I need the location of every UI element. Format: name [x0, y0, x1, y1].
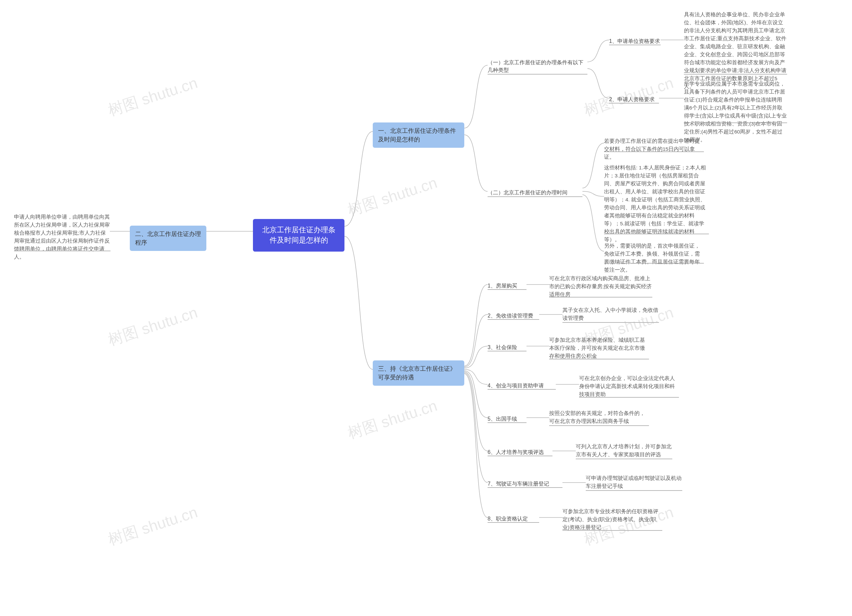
- underline: [604, 151, 704, 152]
- s3-i3-detail: 可参加北京市基本养老保险、城镇职工基本医疗保险，并可按有关规定在北京市缴存和使用…: [549, 335, 649, 361]
- s3-i1-detail: 可在北京市行政区域内购买商品房、批准上市的已购公房和存量房;按有关规定购买经济适…: [549, 274, 652, 299]
- watermark: 树图 shutu.cn: [345, 396, 440, 444]
- underline: [488, 196, 582, 197]
- underline: [684, 122, 787, 123]
- watermark: 树图 shutu.cn: [345, 172, 440, 220]
- underline: [604, 234, 709, 234]
- s3-i5-detail: 按照公安部的有关规定，对符合条件的，可在北京市办理因私出国商务手续: [549, 409, 649, 426]
- s1p2-detail3: 另外，需要说明的是，首次申领居住证，免收证件工本费。换领、补领居住证，需要缴纳证…: [604, 241, 704, 275]
- section3-node[interactable]: 三、持《北京市工作居住证》可享受的待遇: [373, 361, 464, 386]
- s3-i4-detail: 可在北京创办企业，可以企业法定代表人身份申请认定高新技术成果转化项目和科技项目资…: [579, 374, 679, 399]
- underline: [488, 351, 527, 352]
- watermark: 树图 shutu.cn: [106, 302, 200, 350]
- section2-node[interactable]: 二、北京工作居住证办理程序: [130, 226, 206, 251]
- mindmap-canvas: 树图 shutu.cn 树图 shutu.cn 树图 shutu.cn 树图 s…: [0, 0, 852, 616]
- underline: [576, 459, 672, 459]
- s3-i6-detail: 可列入北京市人才培养计划，并可参加北京市有关人才、专家奖励项目的评选: [576, 442, 672, 459]
- underline: [562, 530, 662, 531]
- s3-i8-detail: 可参加北京市专业技术职务的任职资格评定(考试)、执业(职业)资格考试、执业(职业…: [562, 507, 662, 532]
- underline: [549, 425, 649, 426]
- underline: [14, 251, 110, 251]
- section1-node[interactable]: 一、北京工作居住证办理条件及时间是怎样的: [373, 122, 464, 148]
- underline: [488, 74, 588, 74]
- underline: [609, 45, 661, 45]
- watermark: 树图 shutu.cn: [106, 502, 200, 550]
- s3-i7-detail: 可申请办理驾驶证或临时驾驶证以及机动车注册登记手续: [586, 474, 682, 491]
- s1p2-detail2: 这些材料包括: 1.本人居民身份证；2.本人相片；3.居住地住址证明（包括房屋租…: [604, 163, 707, 244]
- underline: [609, 103, 659, 104]
- underline: [604, 263, 704, 264]
- s1p1-item2-detail: 所学专业或岗位属于本市急需专业或岗位，且具备下列条件的人员可申请北京市工作居住证…: [684, 79, 787, 145]
- underline: [488, 422, 527, 423]
- underline: [586, 490, 682, 491]
- underline: [549, 359, 649, 359]
- underline: [562, 322, 659, 323]
- s1p2-detail1: 若要办理工作居住证的需在提出申请时提交材料，符合以下条件的15日内可以拿证。: [604, 136, 704, 162]
- s3-i2-detail: 其子女在京入托、入中小学就读，免收借读管理费: [562, 305, 659, 323]
- underline: [488, 456, 553, 456]
- underline: [549, 297, 652, 297]
- root-node[interactable]: 北京工作居住证办理条件及时间是怎样的: [253, 219, 344, 252]
- underline: [579, 397, 679, 398]
- underline: [684, 74, 787, 74]
- underline: [488, 289, 527, 290]
- underline: [488, 319, 539, 320]
- underline: [488, 389, 556, 390]
- section2-detail: 申请人向聘用单位申请，由聘用单位向其所在区人力社保局申请，区人力社保局审核合格报…: [14, 212, 110, 261]
- section1-part1[interactable]: （一）北京工作居住证的办理条件有以下几种类型: [488, 57, 588, 75]
- underline: [488, 487, 562, 488]
- watermark: 树图 shutu.cn: [106, 72, 200, 121]
- underline: [488, 522, 539, 523]
